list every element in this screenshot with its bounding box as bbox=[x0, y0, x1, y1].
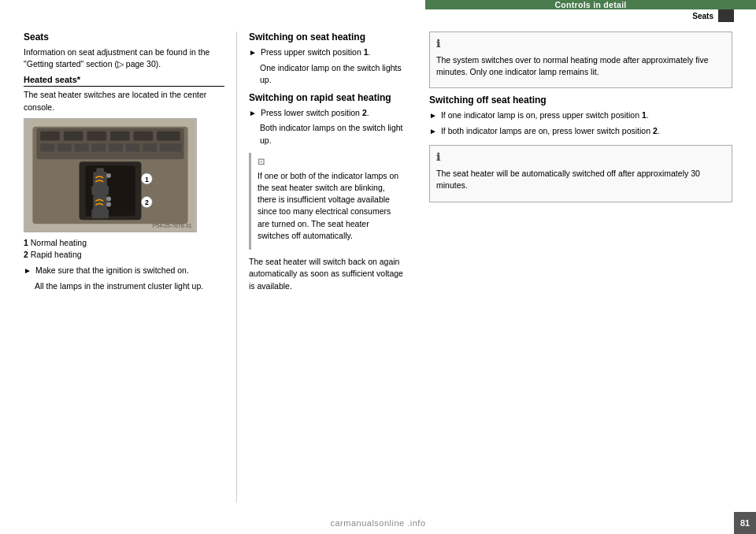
svg-rect-14 bbox=[126, 143, 140, 151]
both-indicator-text: Both indicator lamps on the switch light… bbox=[249, 122, 406, 146]
svg-rect-25 bbox=[93, 195, 107, 211]
off-bullet-2-text: If both indicator lamps are on, press lo… bbox=[441, 125, 660, 137]
seats-title: Seats bbox=[24, 32, 224, 43]
header: Controls in detail Seats bbox=[378, 0, 756, 22]
note-box: ⊡ If one or both of the indicator lamps … bbox=[249, 153, 406, 250]
item-1-label: Normal heating bbox=[31, 238, 87, 247]
bullet-off-2: ► If both indicator lamps are on, press … bbox=[429, 125, 732, 138]
switching-on-rapid-title: Switching on rapid seat heating bbox=[249, 92, 406, 103]
note-text-2: The seat heater will switch back on agai… bbox=[249, 256, 406, 292]
item-2-num: 2 bbox=[24, 250, 28, 259]
svg-rect-11 bbox=[75, 143, 89, 151]
arrow-icon-5: ► bbox=[429, 126, 437, 138]
svg-rect-27 bbox=[96, 191, 104, 197]
bullet-ignition-text: Make sure that the ignition is switched … bbox=[35, 265, 189, 276]
svg-rect-15 bbox=[143, 143, 157, 151]
arrow-icon-1: ► bbox=[24, 265, 32, 277]
section-header: Controls in detail bbox=[425, 0, 756, 9]
arrow-icon-3: ► bbox=[249, 108, 257, 120]
subsection-header: Seats bbox=[425, 9, 756, 22]
info-icon-1: ℹ bbox=[436, 37, 725, 52]
svg-rect-9 bbox=[40, 143, 54, 151]
note-text: If one or both of the indicator lamps on… bbox=[258, 170, 399, 242]
car-image: 1 2 bbox=[24, 118, 197, 232]
heated-seats-desc: The seat heater switches are located in … bbox=[24, 89, 224, 113]
svg-rect-21 bbox=[96, 168, 104, 173]
instrument-cluster-text: All the lamps in the instrument cluster … bbox=[24, 280, 224, 292]
subsection-marker bbox=[718, 9, 734, 22]
svg-rect-6 bbox=[110, 132, 130, 141]
svg-rect-19 bbox=[93, 172, 107, 187]
middle-column: Switching on seat heating ► Press upper … bbox=[236, 32, 417, 502]
svg-text:2: 2 bbox=[145, 198, 149, 206]
svg-rect-4 bbox=[64, 132, 83, 141]
info-box-1: ℹ The system switches over to normal hea… bbox=[429, 32, 732, 88]
one-indicator-text: One indicator lamp on the switch lights … bbox=[249, 62, 406, 86]
info-text-2: The seat heater will be automatically sw… bbox=[436, 168, 725, 191]
svg-rect-3 bbox=[40, 132, 60, 141]
svg-rect-5 bbox=[87, 132, 106, 141]
svg-rect-12 bbox=[91, 143, 106, 151]
numbered-item-2: 2 Rapid heating bbox=[24, 249, 224, 261]
svg-rect-7 bbox=[134, 132, 154, 141]
car-interior-svg: 1 2 bbox=[24, 119, 196, 232]
arrow-icon-4: ► bbox=[429, 110, 437, 122]
bullet-off-1: ► If one indicator lamp is on, press upp… bbox=[429, 109, 732, 122]
numbered-list: 1 Normal heating 2 Rapid heating bbox=[24, 237, 224, 260]
info-box-2: ℹ The seat heater will be automatically … bbox=[429, 145, 732, 202]
svg-point-22 bbox=[106, 173, 111, 178]
svg-text:P54-25-7678-31: P54-25-7678-31 bbox=[153, 223, 192, 228]
info-text-1: The system switches over to normal heati… bbox=[436, 54, 725, 78]
main-content: Seats Information on seat adjustment can… bbox=[0, 32, 756, 502]
heated-seats-title: Heated seats* bbox=[24, 75, 224, 87]
upper-switch-text: Press upper switch position 1. bbox=[261, 46, 371, 58]
left-column: Seats Information on seat adjustment can… bbox=[24, 32, 236, 502]
bullet-upper-switch: ► Press upper switch position 1. bbox=[249, 46, 406, 59]
svg-text:1: 1 bbox=[145, 176, 149, 184]
arrow-icon-2: ► bbox=[249, 47, 257, 59]
page-number: 81 bbox=[734, 512, 756, 534]
note-icon: ⊡ bbox=[258, 156, 399, 169]
section-title: Controls in detail bbox=[554, 0, 626, 9]
svg-point-29 bbox=[106, 202, 111, 206]
svg-rect-8 bbox=[157, 132, 180, 141]
switching-off-title: Switching off seat heating bbox=[429, 95, 732, 106]
item-2-label: Rapid heating bbox=[31, 250, 82, 259]
bullet-ignition: ► Make sure that the ignition is switche… bbox=[24, 265, 224, 277]
numbered-item-1: 1 Normal heating bbox=[24, 237, 224, 249]
bullet-lower-switch: ► Press lower switch position 2. bbox=[249, 107, 406, 120]
lower-switch-text: Press lower switch position 2. bbox=[261, 107, 369, 119]
seats-intro: Information on seat adjustment can be fo… bbox=[24, 46, 224, 70]
off-bullet-1-text: If one indicator lamp is on, press upper… bbox=[441, 109, 649, 121]
right-column: ℹ The system switches over to normal hea… bbox=[417, 32, 732, 502]
info-icon-2: ℹ bbox=[436, 150, 725, 165]
subsection-title: Seats bbox=[692, 12, 713, 20]
switching-on-title: Switching on seat heating bbox=[249, 32, 406, 43]
watermark: carmanualsonline .info bbox=[330, 518, 425, 528]
svg-rect-16 bbox=[160, 143, 182, 151]
svg-rect-26 bbox=[91, 209, 109, 218]
svg-rect-13 bbox=[109, 143, 123, 151]
svg-point-28 bbox=[106, 196, 111, 201]
item-1-num: 1 bbox=[24, 238, 28, 247]
svg-rect-10 bbox=[57, 143, 72, 151]
